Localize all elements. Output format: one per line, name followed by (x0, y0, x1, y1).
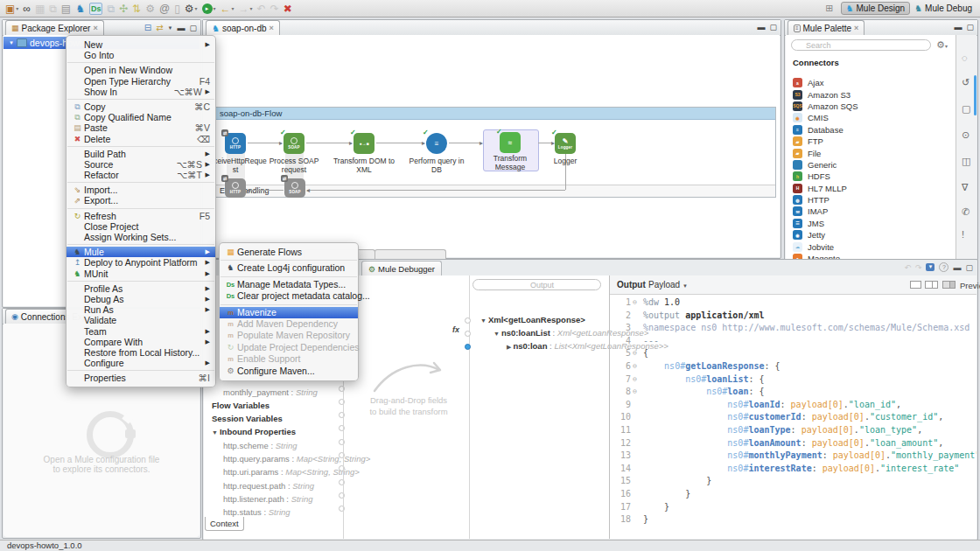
connector-jetty[interactable]: ◉Jetty (793, 229, 955, 241)
transform-message-node[interactable]: ✓≈ (500, 132, 521, 153)
connector-hl7-mllp[interactable]: HHL7 MLLP (793, 183, 955, 194)
flow-nodes-icon[interactable]: ◫ (962, 156, 970, 167)
menu-item-export[interactable]: ⇗Export... (66, 195, 215, 206)
call-icon[interactable]: ✆ (962, 206, 970, 218)
run-config-icon[interactable]: ⚙▾ (185, 3, 198, 14)
menu-item-copy[interactable]: ⧉Copy⌘C (66, 101, 215, 112)
tab-context[interactable]: Context (205, 517, 244, 531)
connector-amazon-sqs[interactable]: SQSAmazon SQS (793, 101, 955, 112)
menu-item-team[interactable]: Team▶ (66, 326, 215, 337)
tab-soap-on-db[interactable]: ♞ soap-on-db × (206, 20, 280, 35)
menu-item-refactor[interactable]: Refactor⌥⌘T▶ (66, 170, 215, 180)
submenu-item-add-maven-dependency[interactable]: mAdd Maven Dependency (220, 318, 358, 330)
http-listener-node[interactable]: ⇄HTTP (225, 133, 246, 154)
publish-icon[interactable]: ⇅ (132, 3, 141, 14)
connector-hdfs[interactable]: hHDFS (793, 171, 955, 182)
sync-icon[interactable]: ✣ (119, 3, 128, 14)
menu-item-validate[interactable]: Validate (66, 315, 215, 325)
menu-item-restore-from-local-history[interactable]: Restore from Local History... (66, 347, 215, 358)
output-tree-row-xml-getloanresponse[interactable]: ▼Xml<getLoanResponse> (480, 315, 585, 324)
menu-item-configure[interactable]: Configure▶ (66, 358, 215, 368)
logger-node[interactable]: ✓✎Logger (555, 133, 576, 154)
close-icon[interactable]: × (93, 24, 97, 32)
new-file-icon[interactable]: ▣▾ (5, 3, 18, 14)
connector-http[interactable]: ◍HTTP (793, 194, 955, 206)
preview-label[interactable]: Preview (960, 281, 980, 290)
submenu-item-populate-maven-repository[interactable]: mPopulate Maven Repository (220, 330, 358, 341)
menu-item-assign-working-sets[interactable]: Assign Working Sets... (66, 232, 215, 242)
connect-arrow-icon[interactable]: ↺ (962, 77, 970, 88)
submenu-item-generate-flows[interactable]: ▦Generate Flows (220, 247, 358, 258)
menu-item-properties[interactable]: Properties⌘I (66, 373, 215, 383)
palette-search-input[interactable] (791, 39, 931, 51)
menu-item-debug-as[interactable]: Debug As▶ (66, 294, 215, 304)
open-perspective-icon[interactable]: ⊞ (825, 3, 833, 14)
menu-item-munit[interactable]: ♞MUnit▶ (66, 269, 215, 279)
menu-item-build-path[interactable]: Build Path▶ (66, 149, 215, 159)
submenu-item-create-log4j-configuration[interactable]: ♞Create Log4j configuration (220, 262, 358, 274)
menu-item-go-into[interactable]: Go Into (66, 50, 215, 60)
maximize-icon[interactable]: ▢ (966, 23, 974, 31)
submenu-item-manage-metadata-types[interactable]: DsManage Metadata Types... (220, 279, 358, 290)
connector-database[interactable]: ≡Database (793, 124, 955, 136)
trash-icon[interactable]: ▯ (174, 3, 180, 14)
menu-item-close-project[interactable]: Close Project (66, 221, 215, 232)
maximize-icon[interactable]: ▢ (189, 24, 197, 32)
connector-ajax[interactable]: aAjax (793, 77, 955, 88)
menu-item-copy-qualified-name[interactable]: ⧉Copy Qualified Name (66, 112, 215, 122)
filter-icon[interactable]: ∇ (962, 182, 968, 193)
menu-item-show-in[interactable]: Show In⌥⌘W▶ (66, 87, 215, 97)
alert-icon[interactable]: ! (962, 229, 964, 240)
build-icon[interactable]: ⚙ (145, 3, 155, 14)
undo-icon[interactable]: ↶ (904, 263, 911, 272)
submenu-item-configure-maven[interactable]: ⚙Configure Maven... (220, 366, 358, 377)
database-node[interactable]: ✓≡ (426, 133, 447, 154)
view-single-button[interactable] (910, 281, 921, 289)
menu-item-profile-as[interactable]: Profile As▶ (66, 283, 215, 294)
chat-icon[interactable]: ◌ (962, 52, 968, 63)
perspective-mule-debug[interactable]: ♞Mule Debug (910, 3, 976, 14)
menu-item-import[interactable]: ⇘Import... (66, 185, 215, 195)
menu-item-open-type-hierarchy[interactable]: Open Type HierarchyF4 (66, 76, 215, 87)
annotation-icon[interactable]: @ (159, 3, 170, 14)
menu-item-refresh[interactable]: ↻RefreshF5 (66, 211, 215, 221)
connector-jms[interactable]: ☰JMS (793, 218, 955, 229)
dataweave-code[interactable]: 1⊖%dw 1.02%output application/xml3%names… (612, 296, 976, 539)
connector-imap[interactable]: ✉IMAP (793, 206, 955, 217)
tab-package-explorer[interactable]: ▦ Package Explorer × (5, 20, 104, 35)
canvas-icon[interactable]: ▢ (962, 103, 970, 115)
minimize-icon[interactable]: ▬ (954, 23, 962, 31)
connector-ftp[interactable]: ▰FTP (793, 136, 955, 147)
palette-settings-icon[interactable]: ⚙▾ (936, 39, 948, 51)
soap-error-node[interactable]: ⇄SOAP (284, 178, 305, 198)
back-icon[interactable]: ←▾ (220, 3, 234, 14)
connector-amazon-s3[interactable]: S3Amazon S3 (793, 88, 955, 100)
tab-mule-palette[interactable]: ≡ Mule Palette × (788, 20, 864, 35)
http-error-node[interactable]: ⇄HTTP (225, 178, 246, 198)
menu-item-delete[interactable]: ✖Delete⌫ (66, 134, 215, 144)
submenu-item-enable-support[interactable]: mEnable Support (220, 353, 358, 365)
save-icon[interactable]: ▦ (35, 3, 45, 14)
redo-icon[interactable]: ↷ (915, 263, 922, 272)
connector-generic[interactable]: Generic (793, 159, 955, 171)
connector-file[interactable]: ▰File (793, 147, 955, 158)
submenu-item-clear-project-metadata-catalog[interactable]: DsClear project metadata catalog... (220, 290, 358, 302)
power-icon[interactable]: ⊙ (962, 129, 970, 141)
print-icon[interactable]: ▤ (61, 3, 71, 14)
debug-connect-icon[interactable]: ∞ (23, 3, 31, 14)
minimize-icon[interactable]: ▬ (953, 263, 961, 272)
submenu-item-mavenize[interactable]: mMavenize (220, 307, 358, 318)
menu-item-open-in-new-window[interactable]: Open in New Window (66, 65, 215, 75)
collapse-all-icon[interactable]: ⊟ (144, 23, 151, 32)
payload-mode-dropdown[interactable]: Payload ▼ (648, 280, 688, 289)
menu-item-source[interactable]: Source⌥⌘S▶ (66, 159, 215, 170)
save-all-icon[interactable]: ⧉ (49, 3, 57, 14)
perspective-mule-design[interactable]: ♞Mule Design (841, 2, 911, 15)
menu-item-new[interactable]: New▶ (66, 39, 215, 50)
redo-icon[interactable]: ↷ (270, 3, 279, 14)
copy-icon[interactable]: ⧉ (107, 3, 115, 14)
menu-item-run-as[interactable]: Run As▶ (66, 304, 215, 315)
connector-cmis[interactable]: ◉CMIS (793, 112, 955, 123)
soap-node[interactable]: ✓SOAP (284, 133, 304, 154)
menu-item-mule[interactable]: ♞Mule▶ (66, 247, 215, 257)
